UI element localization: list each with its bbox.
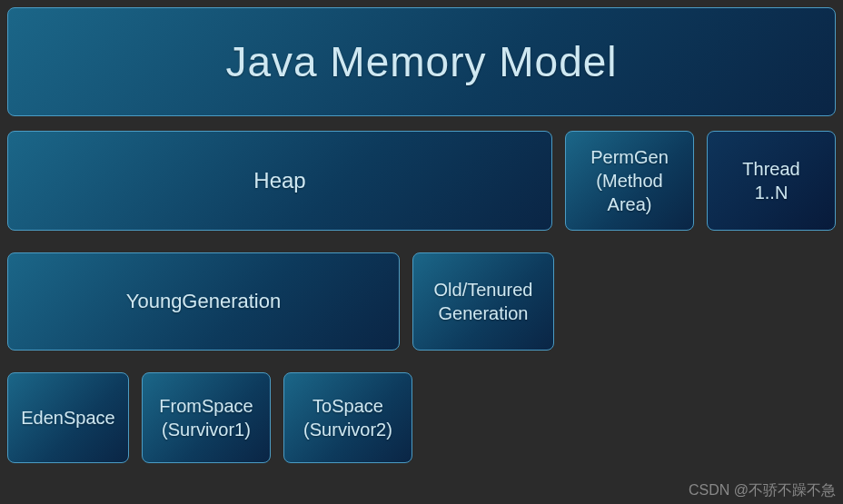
heap-label: Heap <box>253 168 305 193</box>
watermark-text: CSDN @不骄不躁不急 <box>689 482 836 498</box>
watermark: CSDN @不骄不躁不急 <box>689 481 836 500</box>
title-text: Java Memory Model <box>225 37 617 86</box>
permgen-label: PermGen (Method Area) <box>590 145 669 216</box>
to-label: ToSpace (Survivor2) <box>303 394 392 441</box>
old-label: Old/Tenured Generation <box>434 278 533 325</box>
from-label: FromSpace (Survivor1) <box>159 394 253 441</box>
from-space-box: FromSpace (Survivor1) <box>142 372 271 463</box>
eden-space-box: EdenSpace <box>7 372 129 463</box>
young-label: YoungGeneration <box>126 290 281 313</box>
title-box: Java Memory Model <box>7 7 836 116</box>
heap-box: Heap <box>7 131 552 231</box>
spaces-row: EdenSpace FromSpace (Survivor1) ToSpace … <box>7 372 836 463</box>
memory-areas-row: Heap PermGen (Method Area) Thread 1..N <box>7 131 836 231</box>
thread-box: Thread 1..N <box>707 131 836 231</box>
old-generation-box: Old/Tenured Generation <box>412 252 554 351</box>
eden-label: EdenSpace <box>21 408 114 429</box>
to-space-box: ToSpace (Survivor2) <box>283 372 412 463</box>
title-row: Java Memory Model <box>7 7 836 116</box>
generations-row: YoungGeneration Old/Tenured Generation <box>7 252 836 351</box>
thread-label: Thread 1..N <box>742 157 799 204</box>
permgen-box: PermGen (Method Area) <box>565 131 694 231</box>
young-generation-box: YoungGeneration <box>7 252 400 351</box>
